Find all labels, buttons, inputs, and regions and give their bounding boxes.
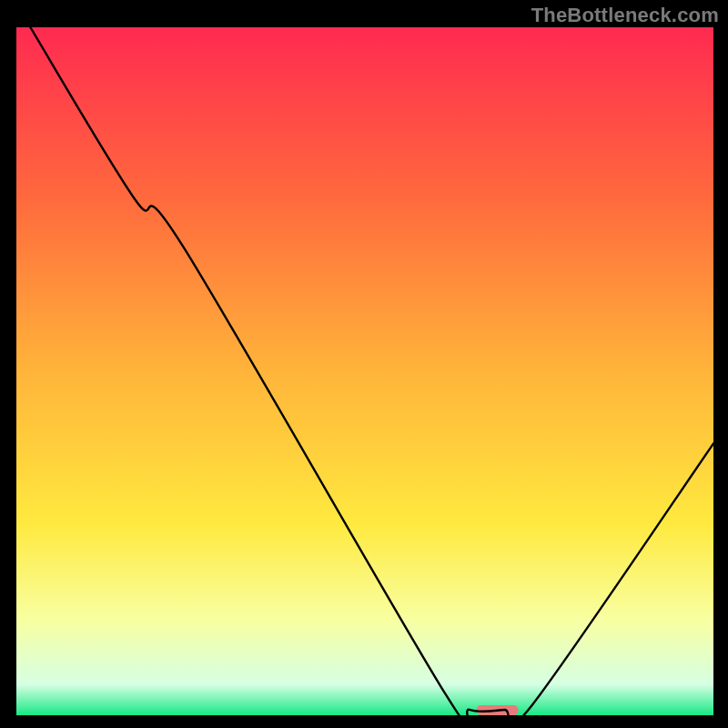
chart-svg [16,27,713,715]
chart-frame: TheBottleneck.com [0,0,728,728]
chart-plot-area [16,27,713,715]
chart-background-gradient [16,27,713,715]
watermark-label: TheBottleneck.com [531,4,719,27]
